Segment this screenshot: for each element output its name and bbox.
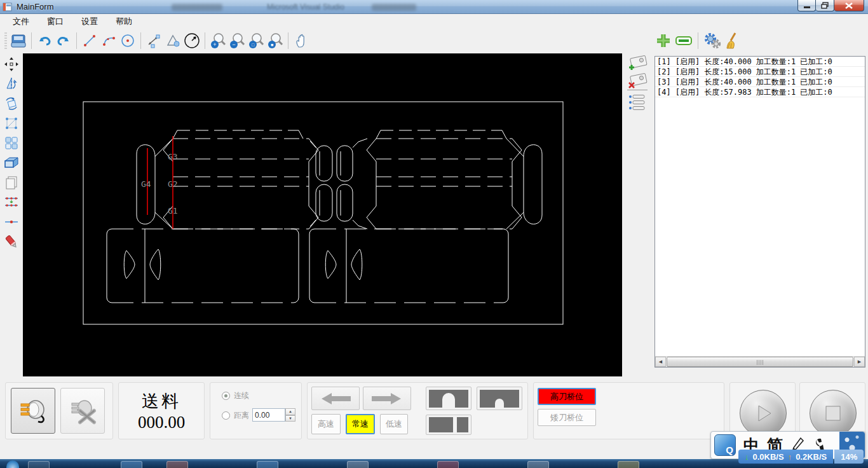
spinner-down-icon[interactable]: ▼ [285,415,295,422]
taskbar-item[interactable] [166,461,188,468]
draw-circle-button[interactable] [118,31,137,50]
task-row[interactable]: [3][启用]长度:40.000加工数量:1已加工:0 [655,77,865,87]
taskbar-item[interactable] [437,461,459,468]
stop-button[interactable] [810,390,857,437]
spinner-up-icon[interactable]: ▲ [285,408,295,415]
zoom-window-button[interactable]: ■ [266,31,285,50]
toolbar-grip [4,32,7,49]
array-button[interactable] [2,134,21,153]
broom-icon [724,32,741,50]
minimize-button[interactable] [797,0,816,11]
add-layer-button[interactable] [626,55,649,74]
background-window-title: Microsoft Visual Studio [267,3,344,11]
bridge-low-button[interactable]: 矮刀桥位 [538,409,596,426]
erase-button[interactable] [2,232,21,251]
task-row[interactable]: [2][启用]长度:15.000加工数量:1已加工:0 [655,67,865,77]
taskbar-item[interactable] [28,461,50,468]
copy-pages-button[interactable] [2,173,21,192]
stop-icon [822,402,844,425]
start-button-orb[interactable] [6,460,19,468]
layer-list-button[interactable] [628,94,646,113]
measure-button[interactable] [144,31,163,50]
clear-button[interactable] [722,31,743,50]
remove-task-button[interactable] [674,31,694,50]
distance-radio[interactable] [222,411,230,420]
start-button[interactable] [740,390,787,437]
left-arrow-icon [318,391,353,406]
bridge-short-icon [480,390,519,408]
task-rows: [1][启用]长度:40.000加工数量:1已加工:0 [2][启用]长度:15… [655,57,865,356]
draw-line-button[interactable] [80,31,99,50]
undo-button[interactable] [35,31,54,50]
background-window-blur [372,4,416,11]
taskbar-item[interactable] [347,461,369,468]
restore-button[interactable] [816,0,834,11]
speed-high-button[interactable]: 高速 [311,414,341,434]
distance-input[interactable] [252,408,285,422]
angle-icon [165,33,180,48]
settings-button[interactable] [702,31,722,50]
redo-icon [56,33,71,48]
right-arrow-icon [369,391,405,406]
bridge-shape-short-button[interactable] [477,387,522,410]
bridge-shape-tall-button[interactable] [426,387,471,410]
save-button[interactable] [9,31,28,50]
delete-layer-button[interactable] [626,72,649,92]
measure-icon [146,33,161,48]
ime-logo-icon[interactable]: Q [714,434,736,456]
menu-settings[interactable]: 设置 [74,15,105,29]
speed-normal-button[interactable]: 常速 [346,414,375,434]
move-button[interactable] [2,55,21,74]
disconnect-button[interactable] [60,388,105,434]
distance-spinner[interactable]: ▲ ▼ [285,408,295,422]
title-bar[interactable]: MainForm Microsoft Visual Studio [0,0,868,14]
bridge-mode-group: 高刀桥位 矮刀桥位 [533,382,724,439]
add-task-button[interactable] [653,31,674,50]
eraser-icon [4,234,19,249]
undo-icon [37,33,52,48]
angle-button[interactable] [163,31,182,50]
speed-low-button[interactable]: 低速 [380,414,408,434]
task-row[interactable]: [1][启用]长度:40.000加工数量:1已加工:0 [655,57,865,67]
divider [627,90,648,90]
array-icon [4,135,19,151]
task-list[interactable]: [1][启用]长度:40.000加工数量:1已加工:0 [2][启用]长度:15… [654,56,865,368]
redo-button[interactable] [54,31,73,50]
box3d-button[interactable] [2,153,21,172]
split-shape-button[interactable] [426,415,471,435]
transform-button[interactable] [2,114,21,133]
taskbar-item[interactable] [121,461,142,468]
compass-button[interactable] [182,31,201,50]
horizontal-scrollbar[interactable]: ◀ ▶ [655,356,865,367]
task-list-toolbar [653,29,743,52]
rotate-button[interactable] [2,94,21,113]
connect-button[interactable] [11,388,55,434]
midpoint-button[interactable] [2,212,21,231]
pan-button[interactable] [292,31,311,50]
taskbar-item[interactable] [618,461,639,468]
drawing-canvas[interactable]: G3 G4 G2 G1 [23,53,622,376]
menu-window[interactable]: 窗口 [39,15,71,29]
task-row[interactable]: [4][启用]长度:57.983加工数量:1已加工:0 [655,87,865,97]
bridge-high-button[interactable]: 高刀桥位 [538,388,596,405]
menu-help[interactable]: 帮助 [108,15,140,29]
jog-left-button[interactable] [311,387,360,410]
zoom-out-icon: − [229,32,245,49]
scroll-left-arrow[interactable]: ◀ [655,357,666,367]
close-button[interactable] [834,0,864,11]
mirror-button[interactable] [2,74,21,93]
network-speed-widget[interactable]: ↓ 0.0KB/S ↑ 0.2KB/S 14% [738,450,864,464]
scrollbar-thumb[interactable] [667,357,853,367]
zoom-out-button[interactable]: − [227,31,247,50]
continuous-radio[interactable] [222,392,230,400]
taskbar-item[interactable] [257,461,278,468]
scroll-right-arrow[interactable]: ▶ [854,357,865,367]
taskbar-item[interactable] [527,461,549,468]
draw-arc-button[interactable] [99,31,118,50]
zoom-fit-button[interactable]: □ [247,31,266,50]
jog-right-button[interactable] [363,387,411,410]
menu-file[interactable]: 文件 [5,15,37,29]
zoom-in-button[interactable]: + [208,31,227,50]
distribute-button[interactable] [2,193,21,212]
add-layer-icon [626,55,649,71]
